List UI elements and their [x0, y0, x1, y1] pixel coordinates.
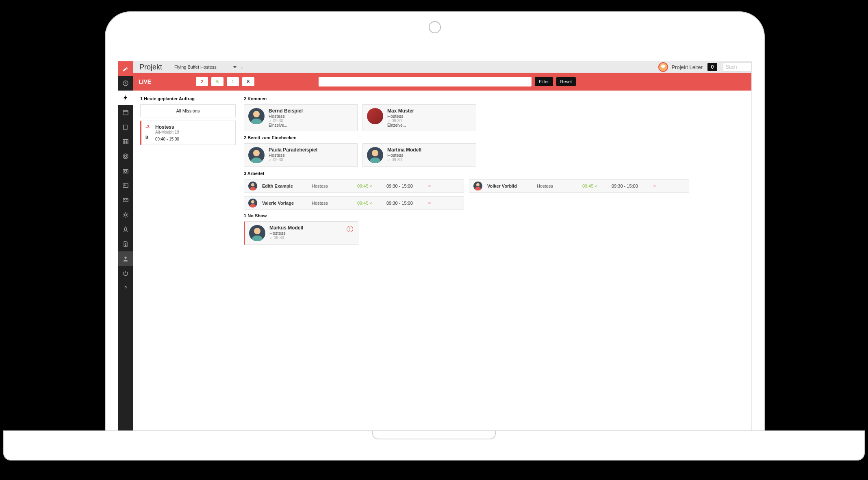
all-missions-button[interactable]: All Missions — [140, 104, 236, 117]
worker-checkin: 09:45 — [582, 184, 607, 189]
svg-rect-2 — [123, 140, 128, 144]
svg-point-6 — [124, 170, 126, 172]
rocket-icon[interactable] — [118, 222, 133, 237]
left-heading: 1 Heute geplanter Auftrag — [140, 96, 236, 101]
avatar-photo — [367, 108, 383, 124]
worker-range: 09:30 - 15:00 — [386, 184, 423, 188]
project-name: Flying Buffet Hostess — [174, 65, 217, 69]
worker-range: 09:30 - 15:00 — [386, 201, 423, 205]
mission-card[interactable]: -3 8 Hostess Alt-Moabit 19 09:40 - 15:00 — [140, 121, 236, 145]
reset-button[interactable]: Reset — [556, 77, 576, 86]
mission-negative: -3 — [145, 124, 155, 129]
menu-icon[interactable]: ≡ — [653, 183, 655, 189]
avatar-icon — [249, 225, 265, 241]
table-icon[interactable] — [118, 134, 133, 149]
alert-icon: ! — [347, 226, 353, 232]
search-input[interactable]: Such — [723, 62, 751, 72]
page-title: Projekt — [139, 63, 162, 71]
person-time: 09:30 — [269, 236, 303, 240]
person-card[interactable]: Paula Paradebeispiel Hostess 09:30 — [244, 143, 358, 167]
avatar-icon — [367, 147, 383, 163]
mission-positive: 8 — [145, 135, 155, 140]
worker-row[interactable]: Edith Example Hostess 09:45 09:30 - 15:0… — [244, 179, 464, 193]
live-bar: LIVE 2 5 1 8 Filter Reset — [133, 73, 751, 91]
mission-time: 09:40 - 15:00 — [155, 137, 179, 141]
worker-range: 09:30 - 15:00 — [612, 184, 648, 188]
person-card[interactable]: Bernd Beispiel Hostess 09:30 Einzelve... — [244, 104, 358, 131]
profile-card-icon[interactable] — [118, 178, 133, 193]
screen: Projekt Flying Buffet Hostess › Projekt … — [118, 61, 752, 439]
bolt-icon[interactable] — [118, 91, 133, 105]
person-time: 09:30 — [387, 119, 414, 123]
worker-checkin: 09:45 — [357, 201, 382, 206]
logo-icon[interactable] — [118, 61, 133, 76]
person-extra: Einzelve... — [269, 123, 303, 128]
mail-icon[interactable] — [118, 193, 133, 208]
svg-point-9 — [124, 214, 126, 216]
svg-point-3 — [123, 154, 128, 159]
user-icon[interactable] — [118, 251, 133, 266]
camera-icon[interactable] — [118, 164, 133, 178]
person-role: Hostess — [269, 114, 303, 119]
worker-checkin: 09:45 — [357, 184, 382, 189]
person-extra: Einzelve... — [387, 123, 414, 128]
laptop-frame: Projekt Flying Buffet Hostess › Projekt … — [106, 12, 764, 439]
topbar: Projekt Flying Buffet Hostess › Projekt … — [133, 61, 751, 73]
count-green[interactable]: 5 — [211, 77, 224, 86]
laptop-notch — [372, 431, 496, 439]
sun-icon[interactable] — [118, 208, 133, 222]
person-name: Markus Modell — [269, 225, 303, 231]
camera-dot — [429, 21, 441, 33]
worker-row[interactable]: Valerie Vorlage Hostess 09:45 09:30 - 15… — [244, 196, 464, 210]
worker-name: Valerie Vorlage — [262, 201, 307, 205]
username[interactable]: Projekt Leiter — [671, 64, 703, 70]
person-role: Hostess — [269, 153, 317, 158]
worker-name: Volker Vorbild — [487, 184, 532, 188]
book-icon[interactable] — [118, 120, 133, 134]
person-time: 09:30 — [269, 119, 303, 123]
main-column: 2 Kommen Bernd Beispiel Hostess 09:30 Ei… — [244, 96, 744, 432]
calendar-icon[interactable] — [118, 105, 133, 120]
arbeitet-title: 3 Arbeitet — [244, 171, 744, 176]
person-role: Hostess — [269, 231, 303, 236]
live-search-input[interactable] — [319, 77, 532, 86]
person-time: 09:30 — [269, 158, 317, 162]
laptop-base — [4, 431, 864, 460]
person-card[interactable]: Max Muster Hostess 09:30 Einzelve... — [362, 104, 476, 131]
caret-down-icon — [233, 66, 237, 68]
worker-row[interactable]: Volker Vorbild Hostess 09:45 09:30 - 15:… — [469, 179, 689, 193]
person-name: Paula Paradebeispiel — [269, 147, 317, 153]
clock-icon[interactable] — [118, 76, 133, 91]
count-grey[interactable]: 1 — [227, 77, 239, 86]
sidebar — [118, 61, 133, 438]
menu-icon[interactable]: ≡ — [428, 183, 430, 189]
person-card[interactable]: Martina Modell Hostess 09:30 — [362, 143, 476, 167]
content: 1 Heute geplanter Auftrag All Missions -… — [133, 91, 751, 438]
avatar-icon — [473, 182, 482, 190]
noshow-card[interactable]: Markus Modell Hostess 09:30 ! — [244, 221, 358, 245]
svg-rect-1 — [123, 110, 128, 115]
chevron-right-icon: › — [241, 64, 243, 70]
user-avatar[interactable] — [658, 62, 668, 72]
avatar-icon — [248, 182, 257, 190]
avatar-icon — [248, 199, 257, 208]
svg-rect-7 — [123, 184, 128, 187]
live-label: LIVE — [139, 78, 151, 85]
topbar-right: Projekt Leiter 0 Such — [658, 61, 751, 73]
power-icon[interactable] — [118, 266, 133, 281]
menu-icon[interactable]: ≡ — [428, 200, 430, 206]
svg-point-10 — [124, 257, 126, 259]
count-dark[interactable]: 8 — [242, 77, 254, 86]
filter-button[interactable]: Filter — [535, 77, 553, 86]
help-icon[interactable] — [118, 281, 133, 295]
person-role: Hostess — [387, 153, 421, 158]
document-icon[interactable] — [118, 237, 133, 251]
notification-badge[interactable]: 0 — [707, 63, 717, 71]
left-column: 1 Heute geplanter Auftrag All Missions -… — [140, 96, 236, 432]
person-name: Martina Modell — [387, 147, 421, 153]
mission-name: Hostess — [155, 124, 179, 130]
count-red[interactable]: 2 — [196, 77, 208, 86]
target-icon[interactable] — [118, 149, 133, 164]
project-dropdown[interactable]: Flying Buffet Hostess › — [174, 64, 243, 70]
mission-location: Alt-Moabit 19 — [155, 130, 179, 134]
